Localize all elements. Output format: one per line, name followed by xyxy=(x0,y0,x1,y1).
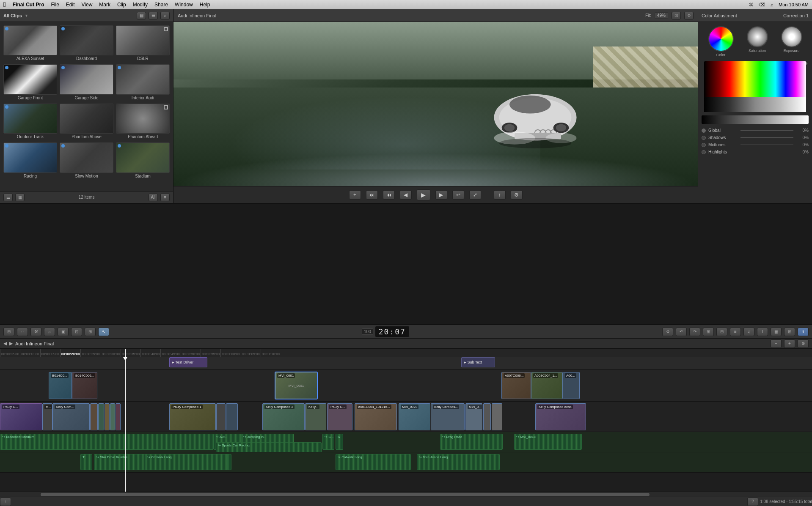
list-item[interactable]: Slow Motion xyxy=(60,142,113,179)
timeline-scrollbar[interactable] xyxy=(0,492,812,497)
timeline-zoom-in[interactable]: + xyxy=(784,339,795,348)
clip-pauly-c[interactable]: Pauly C... xyxy=(0,403,42,430)
redo-btn[interactable]: ↷ xyxy=(689,328,700,336)
midtones-slider-row[interactable]: Midtones 0% xyxy=(702,142,809,147)
view-toggle-list[interactable]: ☰ xyxy=(3,194,13,201)
fullscreen-btn[interactable]: ⊡ xyxy=(672,12,681,19)
mark-menu[interactable]: Mark xyxy=(99,2,110,8)
clip-mvi0001[interactable]: MVI_0001 MVI_0001 xyxy=(275,372,317,399)
inspector-btn[interactable]: ℹ xyxy=(798,328,809,336)
list-item[interactable]: ALEXA Sunset xyxy=(3,25,57,62)
audio-clip-torn-jeans[interactable]: ↪ Torn Jeans Long xyxy=(417,454,500,470)
clip-m2[interactable] xyxy=(216,403,226,430)
audio-clip-t[interactable]: T... xyxy=(80,454,92,470)
edit-menu[interactable]: Edit xyxy=(66,2,75,8)
audio-clip-mvi0018[interactable]: ↪ MVI_0018 xyxy=(514,434,582,450)
title-clip-sub-text[interactable]: ▸ Sub Text xyxy=(461,357,495,367)
next-frame-btn[interactable]: ▶ xyxy=(435,190,447,200)
view-toggle-grid[interactable]: ▦ xyxy=(15,194,25,201)
mark-out-btn[interactable]: ⏮ xyxy=(383,190,395,200)
clip-sm4[interactable] xyxy=(110,403,115,430)
grid-view-btn[interactable]: ▦ xyxy=(137,12,146,19)
clip-pauly2[interactable]: Pauly C... xyxy=(327,403,352,430)
settings-btn[interactable]: ⚙ xyxy=(684,12,694,19)
shadows-slider-row[interactable]: Shadows 0% xyxy=(702,135,809,140)
global-slider-row[interactable]: Global 0% xyxy=(702,128,809,133)
audio-clip-s1[interactable]: ↪ S... xyxy=(322,434,334,450)
clip-mvi0023[interactable]: MVI_0023 xyxy=(399,403,430,430)
clip-sm3[interactable] xyxy=(105,403,110,430)
share-btn[interactable]: ↑ xyxy=(494,190,506,200)
audio-clip-catwalk1[interactable]: ↪ Catwalk Long xyxy=(145,454,228,470)
list-item[interactable]: Dashboard xyxy=(60,25,113,62)
file-menu[interactable]: File xyxy=(51,2,59,8)
timeline-tool-1[interactable]: ⊞ xyxy=(3,328,14,336)
view-mode-2[interactable]: ⊡ xyxy=(71,328,82,336)
skimming-btn[interactable]: ≡ xyxy=(730,328,741,336)
loop-btn[interactable]: ↩ xyxy=(452,190,464,200)
timeline-tool-2[interactable]: ↔ xyxy=(17,328,28,336)
highlights-slider-row[interactable]: Highlights 0% xyxy=(702,150,809,154)
scroll-thumb[interactable] xyxy=(41,493,650,496)
clip-mv[interactable] xyxy=(226,403,238,430)
magnetic-timeline-btn[interactable]: ⚙ xyxy=(662,328,673,336)
add-to-timeline-btn[interactable]: + xyxy=(349,190,361,200)
list-item[interactable]: Racing xyxy=(3,142,57,179)
clip-pa[interactable] xyxy=(492,403,502,430)
question-btn[interactable]: ? xyxy=(747,498,758,506)
apple-menu[interactable]:  xyxy=(3,1,6,8)
undo-btn[interactable]: ↶ xyxy=(676,328,687,336)
view-menu[interactable]: View xyxy=(82,2,93,8)
timeline-settings-btn[interactable]: ⚙ xyxy=(798,339,809,348)
clip-menu[interactable]: Clip xyxy=(117,2,126,8)
modify-menu[interactable]: Modify xyxy=(133,2,148,8)
zoom-btn[interactable]: ⊞ xyxy=(784,328,795,336)
clip-a001c004[interactable]: A001C004_101216... xyxy=(355,403,397,430)
clip-b014c0[interactable]: B014C0... xyxy=(49,372,72,399)
color-wheel-exposure[interactable]: Exposure xyxy=(781,26,802,57)
clip-mvi0[interactable]: MVI_0... xyxy=(465,403,482,430)
clip-kelly-compos[interactable]: Kelly Compos... xyxy=(431,403,465,430)
audio-clip-catwalk2[interactable]: ↪ Catwalk Long xyxy=(336,454,411,470)
timeline-zoom-out[interactable]: − xyxy=(771,339,782,348)
share-menu[interactable]: Share xyxy=(154,2,168,8)
color-wheel-saturation[interactable]: Saturation xyxy=(747,26,768,57)
search-btn[interactable]: ⌕ xyxy=(160,12,170,19)
filter-btn[interactable]: All xyxy=(149,194,158,201)
clip-kelly-com[interactable]: Kelly Com... xyxy=(52,403,90,430)
timeline-tool-3[interactable]: ⚒ xyxy=(30,328,41,336)
clip-kelly2[interactable]: Kelly... xyxy=(305,403,326,430)
help-menu[interactable]: Help xyxy=(200,2,210,8)
clip-a007c006[interactable]: A007C006... xyxy=(501,372,531,399)
color-gradient[interactable] xyxy=(704,61,806,112)
clip-kelly-echo[interactable]: Kelly Composed echo xyxy=(535,403,586,430)
more-btn[interactable]: ▼ xyxy=(160,194,170,201)
mark-in-btn[interactable]: ⏭ xyxy=(366,190,378,200)
list-item[interactable]: Interior Audi xyxy=(116,64,170,101)
list-item[interactable]: Phantom Above xyxy=(60,104,113,140)
forward-btn[interactable]: ▶ xyxy=(9,341,13,346)
clip-b014c006[interactable]: B014C006... xyxy=(72,372,97,399)
list-item[interactable]: Phantom Ahead xyxy=(116,104,170,140)
title-clip-test-driver[interactable]: ▸ Test Driver xyxy=(169,357,207,367)
solo-btn[interactable]: T xyxy=(757,328,768,336)
window-menu[interactable]: Window xyxy=(175,2,193,8)
timeline-tool-4[interactable]: ⌕ xyxy=(44,328,55,336)
more-options-btn[interactable]: ⚙ xyxy=(511,190,523,200)
clip-m3[interactable] xyxy=(483,403,491,430)
audio-clip-drag-race[interactable]: ↪ Drag Race xyxy=(440,434,503,450)
clip-sm1[interactable] xyxy=(90,403,98,430)
fit-percent[interactable]: 49% xyxy=(655,12,668,19)
snap-btn[interactable]: ⊞ xyxy=(703,328,714,336)
list-item[interactable]: Garage Side xyxy=(60,64,113,101)
back-btn[interactable]: ◀ xyxy=(3,341,7,346)
play-btn[interactable]: ▶ xyxy=(417,189,430,200)
share-clip-btn[interactable]: ↑ xyxy=(0,498,11,506)
clip-kelly-comp2[interactable]: Kelly Composed 2 xyxy=(262,403,305,430)
list-item[interactable]: Stadium xyxy=(116,142,170,179)
audio-skimming-btn[interactable]: ♫ xyxy=(743,328,754,336)
preview-container[interactable] xyxy=(173,22,698,186)
list-item[interactable]: DSLR xyxy=(116,25,170,62)
fullscreen-btn2[interactable]: ⤢ xyxy=(469,190,481,200)
audio-clip-s2[interactable]: S xyxy=(336,434,343,450)
